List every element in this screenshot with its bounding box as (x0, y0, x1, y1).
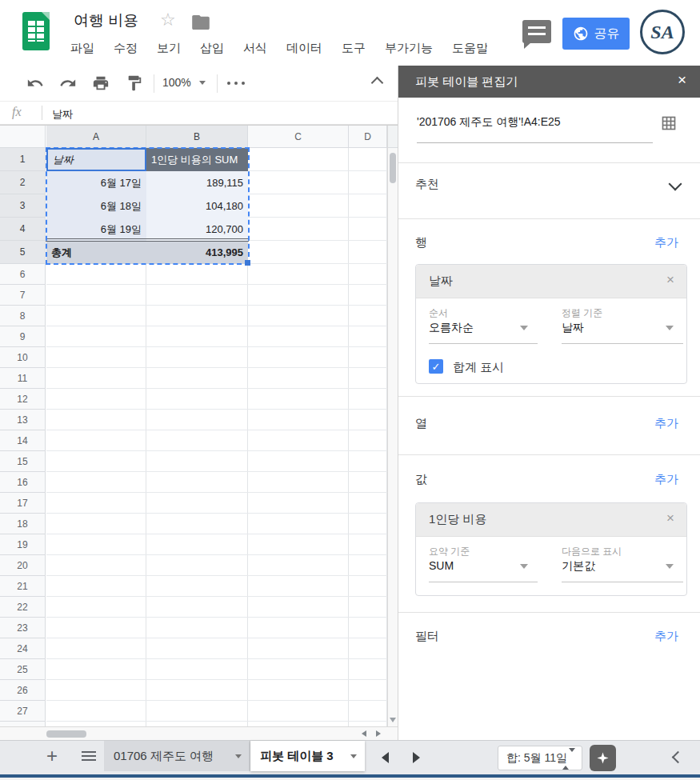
chevron-down-icon[interactable] (669, 178, 682, 191)
tab-scroll-left-icon[interactable] (382, 752, 389, 763)
cell-B2-value[interactable]: 189,115 (146, 171, 248, 194)
dropdown-arrow-icon[interactable] (520, 564, 528, 569)
cell-A2-date[interactable]: 6월 17일 (46, 171, 146, 194)
scroll-left-arrow[interactable] (362, 730, 366, 737)
paint-format-icon[interactable] (126, 74, 145, 94)
summarize-by-select[interactable]: SUM (429, 559, 454, 572)
row-header-1[interactable]: 1 (0, 148, 46, 171)
scroll-right-arrow[interactable] (376, 730, 381, 737)
vscroll-thumb[interactable] (390, 153, 396, 183)
menu-item[interactable]: 보기 (157, 38, 181, 58)
menu-item[interactable]: 서식 (243, 38, 267, 58)
remove-field-icon[interactable]: × (664, 510, 677, 526)
undo-icon[interactable] (26, 74, 46, 94)
row-header-6[interactable]: 6 (0, 264, 46, 285)
horizontal-scrollbar[interactable] (0, 726, 398, 740)
row-header-12[interactable]: 12 (0, 389, 46, 410)
row-header-21[interactable]: 21 (0, 576, 46, 597)
more-tools-button[interactable] (227, 82, 245, 85)
menu-item[interactable]: 도구 (342, 38, 366, 58)
menu-item[interactable]: 데이터 (286, 38, 322, 58)
column-header-B[interactable]: B (146, 126, 248, 148)
column-header-C[interactable]: C (248, 126, 349, 148)
card-header[interactable]: 1인당 비용 × (416, 503, 686, 537)
show-totals-checkbox[interactable]: ✓ (429, 359, 443, 374)
sort-by-select[interactable]: 날짜 (562, 321, 584, 335)
sheet-menu-arrow-icon[interactable] (350, 754, 357, 758)
show-as-select[interactable]: 기본값 (562, 559, 595, 574)
comments-button[interactable] (522, 20, 551, 43)
formula-bar[interactable]: fx 날짜 (0, 102, 398, 125)
share-button[interactable]: 공유 (562, 18, 630, 50)
row-header-7[interactable]: 7 (0, 285, 46, 306)
row-header-24[interactable]: 24 (0, 638, 46, 659)
cell-B1-pivot-header[interactable]: 1인당 비용의 SUM (146, 148, 248, 171)
cell-B3-value[interactable]: 104,180 (146, 194, 248, 218)
close-icon[interactable]: × (674, 71, 690, 89)
selection-summary-chip[interactable]: 합: 5월 11일 (498, 746, 582, 770)
add-sheet-button[interactable]: + (46, 745, 58, 767)
explore-button[interactable] (590, 745, 616, 771)
all-sheets-menu-icon[interactable] (82, 751, 96, 761)
tab-scroll-right-icon[interactable] (413, 752, 420, 763)
sheets-logo-icon[interactable] (22, 12, 50, 50)
sheet-menu-arrow-icon[interactable] (235, 754, 242, 758)
collapse-panel-icon[interactable] (672, 751, 685, 764)
menu-item[interactable]: 삽입 (200, 38, 224, 58)
menu-item[interactable]: 부가기능 (385, 38, 433, 58)
filters-add-button[interactable]: 추가 (654, 629, 678, 644)
row-header-26[interactable]: 26 (0, 680, 46, 701)
cell-A3-date[interactable]: 6월 18일 (46, 194, 146, 218)
row-header-17[interactable]: 17 (0, 493, 46, 514)
fill-handle[interactable] (245, 260, 250, 266)
row-header-14[interactable]: 14 (0, 430, 46, 451)
remove-field-icon[interactable]: × (664, 272, 677, 288)
row-header-23[interactable]: 23 (0, 618, 46, 638)
row-header-20[interactable]: 20 (0, 555, 46, 576)
row-header-11[interactable]: 11 (0, 368, 46, 389)
row-header-5[interactable]: 5 (0, 241, 46, 264)
redo-icon[interactable] (59, 74, 78, 94)
columns-add-button[interactable]: 추가 (654, 416, 678, 431)
menu-item[interactable]: 수정 (114, 38, 138, 58)
cell-A5-grand-total-label[interactable]: 총계 (46, 241, 146, 264)
sheet-tab-2[interactable]: 피봇 테이블 3 (250, 741, 365, 771)
row-header-9[interactable]: 9 (0, 326, 46, 347)
select-all-corner[interactable] (0, 126, 46, 148)
rows-add-button[interactable]: 추가 (654, 235, 678, 250)
row-header-27[interactable]: 27 (0, 701, 46, 722)
document-title[interactable]: 여행 비용 (74, 10, 138, 31)
sheet-tab-1[interactable]: 01706 제주도 여행 (104, 741, 250, 771)
vertical-scrollbar[interactable] (387, 126, 398, 726)
select-range-icon[interactable] (661, 115, 677, 134)
row-header-16[interactable]: 16 (0, 472, 46, 493)
dropdown-arrow-icon[interactable] (666, 564, 674, 569)
data-range-field[interactable]: '201706 제주도 여행'!A4:E25 (417, 115, 561, 130)
row-header-8[interactable]: 8 (0, 306, 46, 326)
cell-A4-date[interactable]: 6월 19일 (46, 218, 146, 241)
row-header-13[interactable]: 13 (0, 410, 46, 430)
zoom-control[interactable]: 100% (162, 76, 206, 89)
account-avatar[interactable]: SA (640, 10, 685, 54)
card-header[interactable]: 날짜 × (416, 265, 686, 298)
order-select[interactable]: 오름차순 (429, 321, 474, 335)
star-icon[interactable]: ☆ (160, 11, 176, 29)
row-header-4[interactable]: 4 (0, 218, 46, 241)
dropdown-arrow-icon[interactable] (666, 326, 674, 330)
values-add-button[interactable]: 추가 (654, 472, 678, 487)
cell-A1-selected[interactable]: 날짜 (46, 148, 146, 171)
row-header-2[interactable]: 2 (0, 171, 46, 194)
row-header-18[interactable]: 18 (0, 514, 46, 534)
collapse-toolbar-icon[interactable] (371, 77, 384, 90)
scroll-down-arrow[interactable] (390, 718, 396, 722)
menu-item[interactable]: 파일 (70, 38, 94, 58)
row-header-15[interactable]: 15 (0, 451, 46, 472)
hscroll-thumb[interactable] (46, 730, 86, 738)
cell-B5-grand-total-value[interactable]: 413,995 (146, 241, 248, 264)
spreadsheet-grid[interactable]: ABCD123456789101112131415161718192021222… (0, 125, 398, 726)
print-icon[interactable] (92, 74, 111, 94)
folder-icon[interactable] (192, 15, 210, 33)
column-header-D[interactable]: D (349, 126, 387, 148)
cell-B4-value[interactable]: 120,700 (146, 218, 248, 241)
row-header-25[interactable]: 25 (0, 659, 46, 680)
